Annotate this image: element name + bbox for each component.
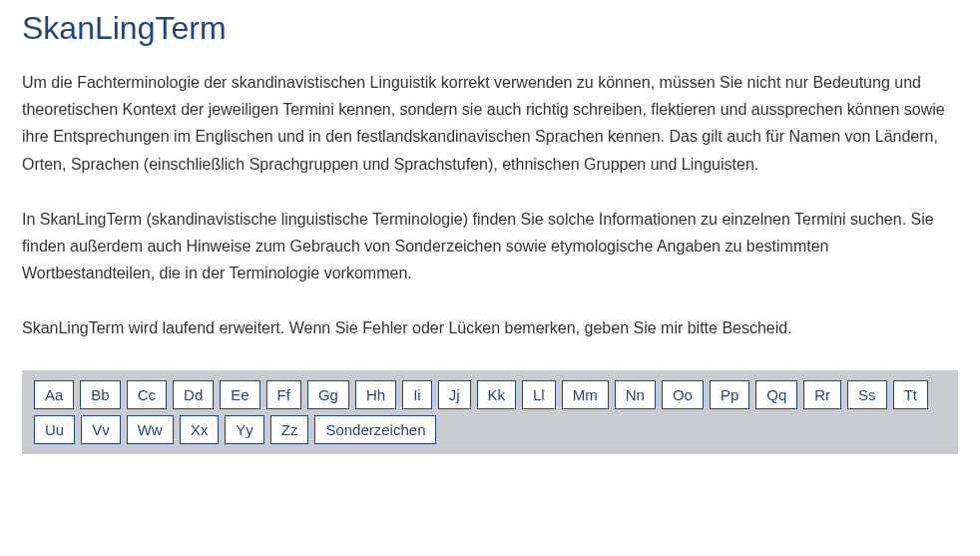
index-link-vv[interactable]: Vv	[81, 415, 121, 444]
index-link-ee[interactable]: Ee	[220, 380, 259, 409]
index-link-tt[interactable]: Tt	[893, 380, 928, 409]
index-link-dd[interactable]: Dd	[173, 380, 214, 409]
index-link-qq[interactable]: Qq	[755, 380, 797, 409]
index-link-oo[interactable]: Oo	[662, 380, 704, 409]
index-link-bb[interactable]: Bb	[80, 380, 120, 409]
index-link-mm[interactable]: Mm	[562, 380, 609, 409]
index-link-ww[interactable]: Ww	[127, 415, 174, 444]
intro-paragraph-3: SkanLingTerm wird laufend erweitert. Wen…	[22, 314, 958, 341]
intro-paragraph-2: In SkanLingTerm (skandinavistische lingu…	[22, 206, 958, 287]
index-link-zz[interactable]: Zz	[270, 415, 309, 444]
index-link-ll[interactable]: Ll	[522, 380, 556, 409]
index-link-uu[interactable]: Uu	[34, 415, 75, 444]
index-link-pp[interactable]: Pp	[710, 380, 749, 409]
index-link-ss[interactable]: Ss	[847, 380, 887, 409]
index-link-aa[interactable]: Aa	[34, 380, 74, 409]
page-title: SkanLingTerm	[22, 10, 958, 47]
index-link-xx[interactable]: Xx	[180, 415, 220, 444]
index-link-yy[interactable]: Yy	[225, 415, 264, 444]
index-link-ff[interactable]: Ff	[266, 380, 301, 409]
index-link-rr[interactable]: Rr	[803, 380, 841, 409]
index-link-cc[interactable]: Cc	[127, 380, 167, 409]
intro-paragraph-1: Um die Fachterminologie der skandinavist…	[22, 69, 958, 178]
index-link-ii[interactable]: Ii	[402, 380, 432, 409]
index-link-gg[interactable]: Gg	[307, 380, 349, 409]
index-link-sonderzeichen[interactable]: Sonderzeichen	[314, 415, 436, 444]
index-link-jj[interactable]: Jj	[438, 380, 471, 409]
index-link-nn[interactable]: Nn	[615, 380, 656, 409]
index-link-hh[interactable]: Hh	[355, 380, 396, 409]
index-link-kk[interactable]: Kk	[477, 380, 517, 409]
alphabet-index: AaBbCcDdEeFfGgHhIiJjKkLlMmNnOoPpQqRrSsTt…	[22, 370, 958, 454]
